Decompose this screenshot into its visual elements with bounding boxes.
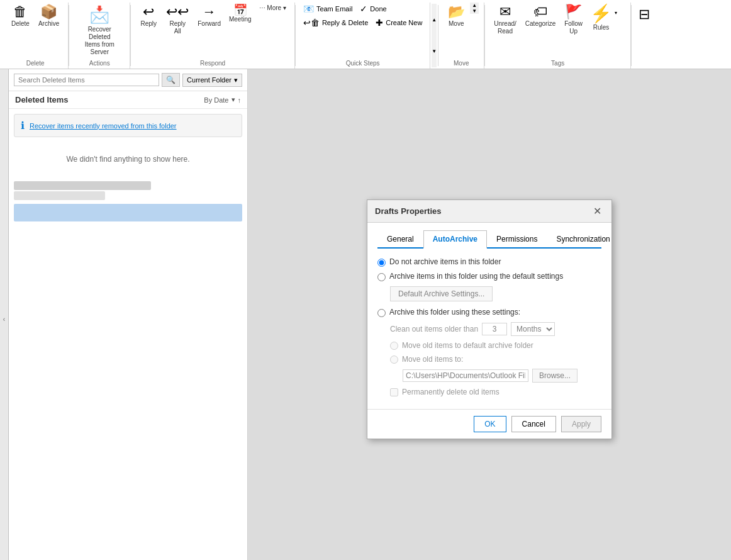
tab-general[interactable]: General [377, 230, 423, 249]
default-archive-settings-button[interactable]: Default Archive Settings... [390, 286, 493, 301]
archive-default-option: Archive items in this folder using the d… [377, 272, 601, 281]
delete-label: Delete [11, 20, 30, 28]
delete-icon: 🗑 [13, 5, 27, 19]
respond-group-inner: ↩ Reply ↩↩ ReplyAll → Forward 📅 Meeting [131, 3, 295, 69]
archive-default-label[interactable]: Archive items in this folder using the d… [389, 272, 563, 281]
move-to-custom-label[interactable]: Move old items to: [402, 355, 463, 364]
move-to-default-label[interactable]: Move old items to default archive folder [402, 341, 533, 350]
reply-all-label: ReplyAll [169, 20, 186, 35]
quicksteps-group-inner: 📧 Team Email ✓ Done ↩🗑 Reply & Delete [296, 3, 430, 69]
permanently-delete-checkbox[interactable] [390, 388, 398, 396]
collapse-panel-button[interactable]: ‹ [0, 69, 9, 560]
default-archive-settings-label: Default Archive Settings... [398, 289, 484, 298]
notice-info-icon: ℹ [21, 120, 25, 132]
move-to-default-radio[interactable] [390, 342, 398, 350]
reply-button[interactable]: ↩ Reply [136, 3, 161, 30]
follow-up-button[interactable]: 🚩 FollowUp [561, 3, 586, 38]
team-email-icon: 📧 [303, 4, 314, 14]
quicksteps-scroll-up[interactable]: ▲ [432, 4, 437, 36]
clean-older-than-label: Clean out items older than [390, 325, 478, 333]
folder-dropdown-arrow: ▾ [234, 76, 238, 84]
reply-icon: ↩ [143, 5, 154, 19]
apply-button[interactable]: Apply [561, 416, 601, 432]
permanently-delete-label[interactable]: Permanently delete old items [402, 388, 499, 396]
quicksteps-scroll: ▲ ▼ [430, 3, 438, 69]
move-to-custom-row: Move old items to: [390, 355, 601, 364]
team-email-item[interactable]: 📧 Team Email [301, 3, 355, 15]
folder-dropdown[interactable]: Current Folder ▾ [182, 74, 242, 87]
move-scroll-up[interactable]: ▲ [470, 3, 479, 8]
unread-read-icon: ✉ [499, 5, 511, 19]
categorize-label: Categorize [525, 20, 555, 28]
ribbon: 🗑 Delete 📦 Archive Delete 📩 Rec [0, 0, 731, 69]
categorize-button[interactable]: 🏷 Categorize [522, 3, 559, 30]
archive-button[interactable]: 📦 Archive [35, 3, 63, 30]
do-not-archive-label[interactable]: Do not archive items in this folder [389, 257, 501, 266]
sort-control[interactable]: By Date ▾ ↑ [204, 96, 241, 104]
archive-custom-radio[interactable] [377, 309, 386, 317]
tab-permissions[interactable]: Permissions [487, 230, 547, 249]
archive-custom-option: Archive this folder using these settings… [377, 308, 601, 317]
tags-group-inner: ✉ Unread/Read 🏷 Categorize 🚩 FollowUp [485, 3, 631, 69]
categorize-icon: 🏷 [533, 5, 547, 19]
meeting-icon: 📅 [233, 4, 247, 16]
search-input[interactable] [14, 74, 159, 86]
cancel-button[interactable]: Cancel [511, 416, 556, 432]
delete-button[interactable]: 🗑 Delete [8, 3, 33, 30]
ok-button[interactable]: OK [474, 416, 506, 432]
search-button[interactable]: 🔍 [162, 73, 180, 87]
rules-label: Rules [593, 24, 610, 31]
tab-permissions-label: Permissions [496, 235, 537, 244]
recover-deleted-button[interactable]: 📩 Recover DeletedItems from Server [74, 3, 125, 59]
search-bar: 🔍 Current Folder ▾ [9, 69, 247, 91]
tab-autoarchive[interactable]: AutoArchive [423, 230, 487, 249]
dialog-title: Drafts Properties [375, 206, 441, 216]
main-area: ‹ 🔍 Current Folder ▾ Deleted Items By Da… [0, 69, 731, 560]
sidebar-item-selected[interactable] [14, 204, 242, 221]
filter-button[interactable]: ⊟ [632, 5, 657, 25]
archive-default-radio[interactable] [377, 273, 386, 281]
tab-autoarchive-label: AutoArchive [433, 235, 477, 244]
path-input[interactable] [403, 369, 528, 382]
age-unit-select[interactable]: Months Weeks Days [511, 322, 555, 336]
permanently-delete-row: Permanently delete old items [390, 388, 601, 396]
follow-up-label: FollowUp [564, 20, 583, 35]
rules-button[interactable]: ⚡ Rules ▾ [588, 3, 625, 34]
reply-delete-item[interactable]: ↩🗑 Reply & Delete [301, 16, 371, 29]
create-new-item[interactable]: ✚ Create New [373, 16, 425, 29]
move-scroll-down[interactable]: ▼ [470, 8, 479, 14]
dialog-overlay: Drafts Properties ✕ General AutoArchive [248, 69, 731, 560]
quicksteps-scroll-down[interactable]: ▼ [432, 36, 437, 68]
recover-notice[interactable]: ℹ Recover items recently removed from th… [14, 114, 242, 137]
reply-label: Reply [140, 20, 157, 28]
done-label: Done [370, 5, 386, 13]
tags-group: ✉ Unread/Read 🏷 Categorize 🚩 FollowUp [485, 3, 631, 69]
forward-button[interactable]: → Forward [194, 3, 225, 30]
tab-synchronization[interactable]: Synchronization [547, 230, 619, 249]
forward-icon: → [203, 5, 216, 19]
sidebar-items [14, 181, 242, 221]
browse-button[interactable]: Browse... [532, 369, 578, 383]
done-item[interactable]: ✓ Done [357, 3, 389, 15]
move-to-custom-radio[interactable] [390, 356, 398, 364]
delete-group: 🗑 Delete 📦 Archive Delete [3, 3, 69, 69]
archive-custom-label[interactable]: Archive this folder using these settings… [389, 308, 520, 316]
path-row: Browse... [403, 369, 601, 383]
dialog-close-button[interactable]: ✕ [591, 205, 604, 217]
quicksteps-group: 📧 Team Email ✓ Done ↩🗑 Reply & Delete [296, 3, 438, 69]
follow-up-icon: 🚩 [565, 5, 582, 19]
do-not-archive-option: Do not archive items in this folder [377, 257, 601, 267]
rules-icon: ⚡ [590, 5, 612, 23]
move-button[interactable]: 📂 Move [444, 3, 469, 30]
sidebar-item-placeholder-2 [14, 191, 105, 200]
forward-label: Forward [198, 20, 221, 28]
meeting-label: Meeting [229, 16, 252, 23]
meeting-button[interactable]: 📅 Meeting [226, 3, 255, 25]
drafts-properties-dialog: Drafts Properties ✕ General AutoArchive [367, 199, 612, 439]
age-value-input[interactable] [482, 323, 507, 335]
reply-all-button[interactable]: ↩↩ ReplyAll [162, 3, 193, 38]
do-not-archive-radio[interactable] [377, 259, 386, 267]
unread-read-button[interactable]: ✉ Unread/Read [490, 3, 520, 38]
more-button[interactable]: ⋯ More ▾ [256, 3, 289, 13]
reply-delete-label: Reply & Delete [322, 19, 368, 26]
